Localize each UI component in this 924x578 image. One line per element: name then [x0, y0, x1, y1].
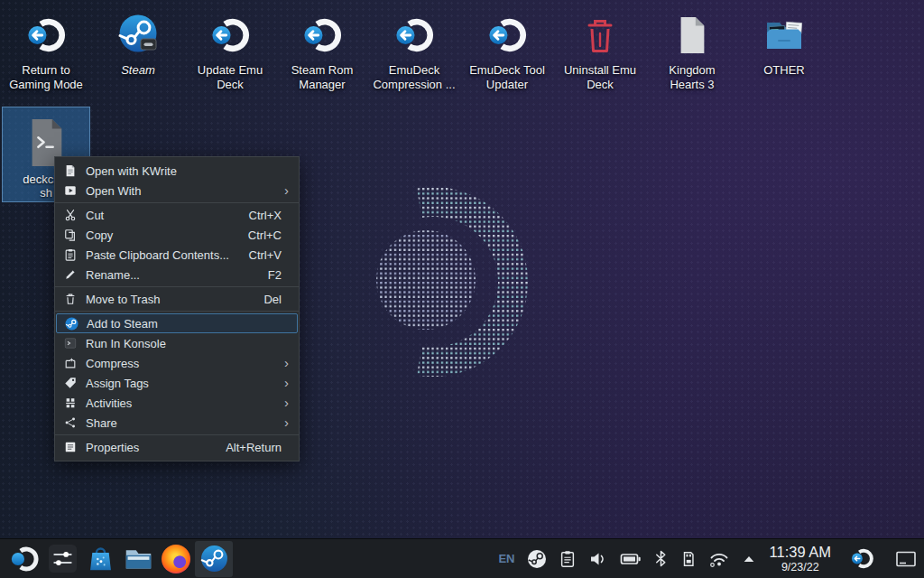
- menu-item-cut[interactable]: Cut Ctrl+X: [56, 205, 298, 225]
- steam-icon: [116, 5, 160, 56]
- menu-item-open-with-kwrite[interactable]: Open with KWrite: [56, 161, 298, 181]
- menu-separator: [55, 202, 299, 203]
- steamdeck-logo-icon: [9, 544, 40, 574]
- steamdeck-return-icon: [486, 5, 528, 56]
- folder-icon: [124, 544, 153, 573]
- document-icon: [673, 5, 711, 56]
- desktop-icon-uninstall-emu-deck[interactable]: Uninstall EmuDeck: [554, 5, 646, 91]
- steamdeck-return-icon: [25, 5, 67, 56]
- menu-separator: [55, 286, 299, 287]
- submenu-arrow-icon: ›: [284, 184, 291, 197]
- menu-item-properties[interactable]: Properties Alt+Return: [56, 437, 298, 457]
- menu-separator: [55, 311, 299, 312]
- steam-icon: [199, 544, 229, 573]
- desktop-icon-other[interactable]: OTHER: [738, 5, 830, 78]
- submenu-arrow-icon: ›: [284, 416, 291, 429]
- menu-item-compress[interactable]: Compress ›: [56, 353, 298, 373]
- paste-icon: [63, 247, 78, 262]
- copy-icon: [63, 228, 78, 242]
- expand-tray-caret-icon[interactable]: [742, 552, 756, 566]
- desktop-icon-steam[interactable]: Steam: [92, 5, 184, 78]
- firefox-icon: [162, 545, 190, 573]
- submenu-arrow-icon: ›: [284, 377, 291, 389]
- konsole-icon: [63, 336, 78, 350]
- steamdeck-return-icon: [393, 5, 435, 56]
- taskbar-system-settings-button[interactable]: [43, 541, 81, 577]
- clock-date: 9/23/22: [770, 561, 832, 573]
- desktop-icon-emudeck-tool-updater[interactable]: EmuDeck ToolUpdater: [461, 5, 553, 91]
- rename-icon: [63, 267, 78, 282]
- steamdeck-return-icon: [301, 5, 343, 56]
- activities-icon: [63, 396, 78, 410]
- cut-icon: [63, 208, 78, 222]
- menu-item-rename[interactable]: Rename... F2: [56, 265, 298, 284]
- clock-time: 11:39 AM: [770, 544, 832, 560]
- taskbar-dolphin-button[interactable]: [119, 541, 157, 577]
- wifi-icon[interactable]: [708, 549, 730, 569]
- menu-item-move-to-trash[interactable]: Move to Trash Del: [56, 289, 298, 309]
- show-desktop-icon[interactable]: [895, 550, 917, 568]
- menu-item-activities[interactable]: Activities ›: [56, 393, 298, 413]
- menu-item-share[interactable]: Share ›: [56, 413, 298, 433]
- battery-icon[interactable]: [620, 549, 642, 569]
- taskbar: EN 11:39 AM 9/23/22: [0, 538, 924, 578]
- menu-item-assign-tags[interactable]: Assign Tags ›: [56, 373, 298, 393]
- steamdeck-return-icon[interactable]: [850, 546, 874, 571]
- menu-item-open-with[interactable]: Open With ›: [56, 181, 298, 200]
- usb-device-icon[interactable]: [680, 550, 697, 568]
- kwrite-icon: [63, 163, 78, 178]
- clipboard-icon[interactable]: [559, 550, 577, 568]
- volume-icon[interactable]: [588, 549, 608, 569]
- menu-item-copy[interactable]: Copy Ctrl+C: [56, 225, 298, 245]
- desktop-icon-emudeck-compression[interactable]: EmuDeckCompression ...: [368, 5, 460, 91]
- tag-icon: [63, 376, 78, 390]
- properties-icon: [63, 440, 78, 454]
- menu-separator: [55, 434, 299, 435]
- menu-item-paste[interactable]: Paste Clipboard Contents... Ctrl+V: [56, 245, 298, 265]
- keyboard-layout-indicator[interactable]: EN: [498, 552, 514, 565]
- taskbar-firefox-button[interactable]: [157, 541, 195, 577]
- desktop-icon-kingdom-hearts-3[interactable]: KingdomHearts 3: [646, 5, 738, 91]
- folder-preview-icon: [762, 5, 806, 56]
- discover-bag-icon: [86, 544, 116, 573]
- compress-icon: [63, 356, 78, 370]
- menu-item-add-to-steam[interactable]: Add to Steam: [56, 313, 298, 333]
- context-menu: Open with KWrite Open With › Cut Ctrl+X …: [54, 156, 300, 461]
- steam-tray-icon[interactable]: [527, 549, 547, 569]
- digital-clock[interactable]: 11:39 AM 9/23/22: [770, 544, 832, 573]
- desktop-icon-return-to-gaming-mode[interactable]: Return toGaming Mode: [0, 5, 92, 91]
- steamdeck-return-icon: [209, 5, 251, 56]
- submenu-arrow-icon: ›: [284, 357, 291, 369]
- desktop-icon-steam-rom-manager[interactable]: Steam RomManager: [276, 5, 368, 91]
- red-trash-icon: [580, 5, 620, 56]
- sliders-icon: [48, 544, 78, 573]
- share-icon: [63, 415, 78, 430]
- taskbar-steam-button[interactable]: [195, 541, 233, 577]
- system-tray: EN 11:39 AM 9/23/22: [498, 544, 919, 573]
- open-with-icon: [63, 183, 78, 198]
- menu-item-run-in-konsole[interactable]: Run In Konsole: [56, 333, 298, 353]
- submenu-arrow-icon: ›: [284, 396, 291, 409]
- desktop-icon-update-emu-deck[interactable]: Update EmuDeck: [184, 5, 276, 91]
- bluetooth-icon[interactable]: [653, 549, 669, 568]
- taskbar-discover-button[interactable]: [81, 541, 119, 577]
- trash-icon: [63, 292, 78, 306]
- application-launcher-button[interactable]: [5, 541, 43, 577]
- steam-icon: [64, 316, 79, 331]
